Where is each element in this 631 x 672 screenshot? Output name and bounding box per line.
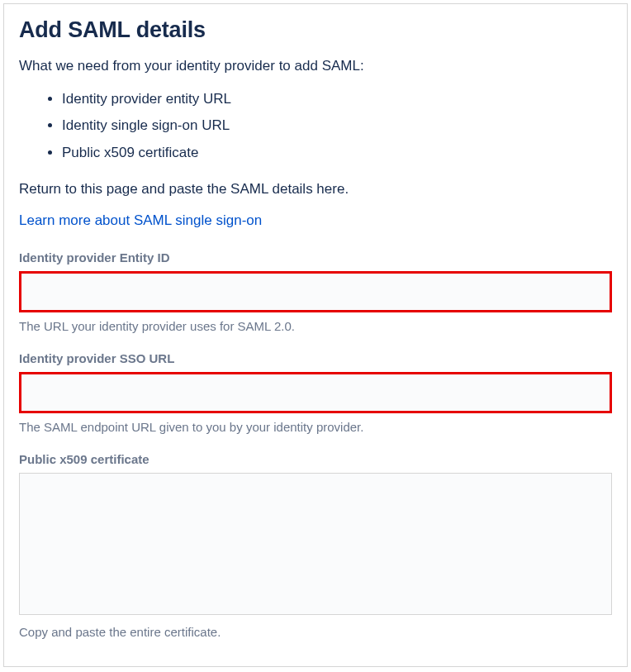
sso-url-label: Identity provider SSO URL	[19, 351, 612, 365]
certificate-textarea[interactable]	[19, 473, 612, 615]
entity-id-field-block: Identity provider Entity ID The URL your…	[19, 250, 612, 333]
page-title: Add SAML details	[19, 17, 612, 43]
requirement-item: Public x509 certificate	[62, 140, 612, 166]
return-instruction: Return to this page and paste the SAML d…	[19, 181, 612, 198]
learn-more-link[interactable]: Learn more about SAML single sign-on	[19, 212, 262, 229]
certificate-field-block: Public x509 certificate Copy and paste t…	[19, 452, 612, 639]
requirement-item: Identity provider entity URL	[62, 86, 612, 112]
saml-details-panel: Add SAML details What we need from your …	[3, 3, 628, 667]
certificate-label: Public x509 certificate	[19, 452, 612, 466]
requirement-item: Identity single sign-on URL	[62, 112, 612, 139]
certificate-help: Copy and paste the entire certificate.	[19, 625, 612, 639]
sso-url-help: The SAML endpoint URL given to you by yo…	[19, 420, 612, 434]
entity-id-input[interactable]	[19, 271, 612, 312]
intro-text: What we need from your identity provider…	[19, 58, 612, 74]
sso-url-input[interactable]	[19, 372, 612, 413]
sso-url-field-block: Identity provider SSO URL The SAML endpo…	[19, 351, 612, 434]
entity-id-help: The URL your identity provider uses for …	[19, 319, 612, 333]
requirements-list: Identity provider entity URL Identity si…	[62, 86, 612, 166]
entity-id-label: Identity provider Entity ID	[19, 250, 612, 265]
